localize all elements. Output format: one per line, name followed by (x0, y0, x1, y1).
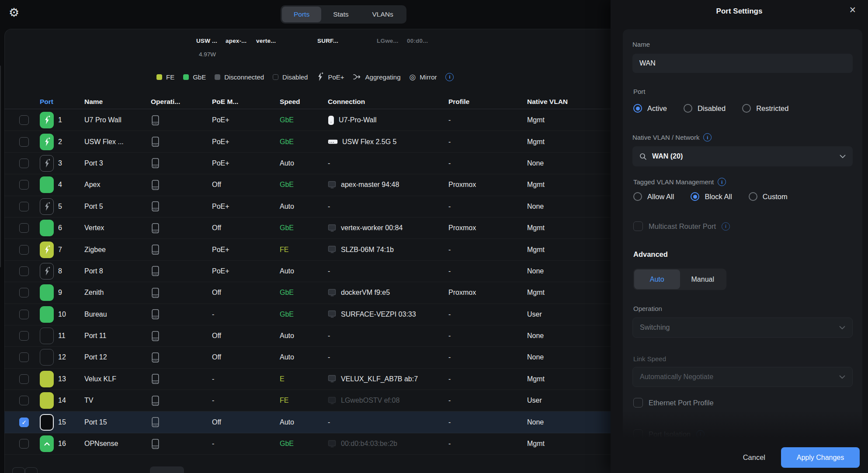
column-profile[interactable]: Profile (448, 98, 527, 106)
port-name: Port 8 (84, 267, 144, 275)
row-checkbox[interactable] (19, 245, 29, 255)
row-checkbox[interactable] (19, 439, 29, 449)
row-checkbox[interactable] (19, 266, 29, 276)
radio-icon[interactable] (633, 192, 642, 201)
radio-icon[interactable] (691, 192, 699, 201)
row-checkbox[interactable] (19, 223, 29, 233)
row-checkbox[interactable]: ✓ (19, 418, 29, 427)
poe-mode: Off (212, 181, 280, 189)
pagination-page-button[interactable] (150, 466, 184, 473)
multicast-checkbox[interactable] (633, 221, 643, 231)
legend-label: Mirror (420, 73, 437, 81)
column-poe-mode[interactable]: PoE M... (212, 98, 280, 106)
legend-label: PoE+ (328, 73, 344, 81)
tab-vlans[interactable]: VLANs (361, 7, 405, 22)
connection: VELUX_KLF_AB7B ab:7 (341, 375, 418, 383)
row-checkbox[interactable] (19, 352, 29, 362)
port-status-icon (40, 134, 54, 150)
switch-device-icon (151, 266, 160, 276)
row-checkbox[interactable] (19, 374, 29, 384)
row-checkbox[interactable] (19, 159, 29, 168)
port-name: Velux KLF (84, 375, 144, 383)
native-vlan-select[interactable]: WAN (20) (632, 146, 853, 166)
ethernet-profile-checkbox[interactable] (633, 398, 643, 407)
multicast-router-port-row[interactable]: Multicast Router Port i (633, 221, 730, 231)
tab-stats[interactable]: Stats (321, 7, 360, 22)
native-vlan-info-icon[interactable]: i (703, 133, 712, 142)
ethernet-port-profile-row[interactable]: Ethernet Port Profile (633, 398, 714, 407)
cancel-button[interactable]: Cancel (743, 453, 765, 462)
apply-changes-button[interactable]: Apply Changes (781, 447, 860, 468)
legend-info-icon[interactable]: i (445, 73, 454, 81)
tagged-vlan-allow-all[interactable]: Allow All (633, 192, 674, 201)
mode-manual[interactable]: Manual (680, 269, 726, 289)
radio-label: Custom (763, 193, 788, 201)
speed: E (280, 375, 328, 383)
close-icon[interactable]: × (849, 4, 856, 15)
column-operation[interactable]: Operati... (144, 98, 212, 106)
tagged-vlan-block-all[interactable]: Block All (691, 192, 732, 201)
aggregating-icon (353, 73, 361, 80)
tagged-vlan-custom[interactable]: Custom (749, 192, 788, 201)
connection: 00:d0:b4:03:be:2b (341, 440, 397, 448)
legend-swatch-disconnected (215, 74, 220, 80)
column-speed[interactable]: Speed (280, 98, 328, 106)
profile: Proxmox (448, 181, 527, 189)
port-name: Port 12 (84, 353, 144, 361)
pagination-prev-button[interactable] (25, 467, 38, 473)
row-checkbox[interactable] (19, 396, 29, 405)
radio-icon[interactable] (749, 192, 757, 201)
port-number: 3 (58, 159, 84, 167)
row-checkbox[interactable] (19, 288, 29, 297)
device-strip-label: verte... (256, 38, 276, 44)
port-state-active[interactable]: Active (633, 104, 667, 113)
name-input[interactable]: WAN (632, 54, 853, 73)
port-state-restricted[interactable]: Restricted (742, 104, 788, 113)
switch-device-icon (151, 158, 160, 169)
legend-label: Aggregating (365, 73, 401, 81)
tab-ports[interactable]: Ports (282, 7, 321, 22)
client-device-icon (328, 440, 337, 448)
device-strip-label: LGwe... (377, 38, 398, 44)
column-port[interactable]: Port (40, 98, 84, 106)
column-name[interactable]: Name (84, 98, 144, 106)
row-checkbox[interactable] (19, 180, 29, 190)
device-strip-label: SURF... (317, 38, 338, 44)
profile: - (448, 311, 527, 318)
row-checkbox[interactable] (19, 137, 29, 147)
switch-device-icon (151, 287, 160, 298)
row-checkbox[interactable] (19, 310, 29, 319)
client-device-icon (328, 245, 337, 254)
port-name: Zenith (84, 289, 144, 297)
port-name: Port 5 (84, 203, 144, 211)
speed: FE (280, 246, 328, 254)
port-number: 8 (58, 267, 84, 275)
pagination-first-button[interactable] (12, 467, 25, 473)
legend-item: ◎Mirror (409, 73, 437, 81)
radio-icon[interactable] (684, 104, 692, 113)
radio-icon[interactable] (742, 104, 751, 113)
chevron-down-icon (839, 375, 845, 379)
mode-auto[interactable]: Auto (634, 269, 680, 289)
switch-device-icon (151, 309, 160, 320)
tagged-vlan-label: Tagged VLAN Management (633, 178, 714, 186)
radio-icon[interactable] (633, 104, 642, 113)
port-state-radiogroup: ActiveDisabledRestricted (633, 101, 788, 116)
column-connection[interactable]: Connection (328, 98, 448, 106)
multicast-info-icon[interactable]: i (722, 222, 730, 231)
port-state-label: Port (633, 88, 646, 95)
link-speed-value: Automatically Negotiate (640, 373, 713, 381)
profile: - (448, 203, 527, 211)
settings-gear-icon[interactable]: ⚙ (9, 7, 19, 19)
row-checkbox[interactable] (19, 331, 29, 341)
port-number: 7 (58, 246, 84, 254)
profile: Proxmox (448, 224, 527, 232)
connection: - (328, 353, 330, 361)
legend-swatch-gbe (183, 74, 189, 80)
client-device-icon (328, 139, 338, 144)
row-checkbox[interactable] (19, 202, 29, 211)
tagged-vlan-info-icon[interactable]: i (718, 178, 726, 186)
connection: SLZB-06M 74:1b (341, 246, 394, 254)
row-checkbox[interactable] (19, 115, 29, 125)
port-state-disabled[interactable]: Disabled (684, 104, 726, 113)
